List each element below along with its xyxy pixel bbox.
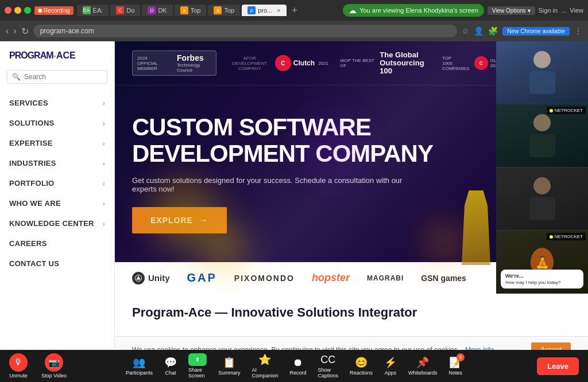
share-screen-btn[interactable]: ⬆ Share Screen xyxy=(188,353,207,379)
bookmark-icon[interactable]: ☆ xyxy=(462,26,469,36)
iaop-title: The GlobalOutsourcing 100 xyxy=(380,51,431,76)
profile-icon[interactable]: 👤 xyxy=(474,26,483,36)
captions-icon: CC xyxy=(320,354,335,366)
view-label[interactable]: View xyxy=(570,7,583,14)
tab-bar: EA EA: C Do D DK a Top a Top p pro... × … xyxy=(77,5,340,17)
new-tab-btn[interactable]: + xyxy=(288,5,301,17)
search-input[interactable] xyxy=(24,73,102,81)
reactions-btn[interactable]: 😊 Reactions xyxy=(350,356,373,376)
ai-companion-btn[interactable]: ⭐ AI Companion xyxy=(252,353,278,379)
apps-btn[interactable]: ⚡ Apps xyxy=(384,356,397,376)
captions-btn[interactable]: CC Show Captions xyxy=(318,354,338,379)
search-icon: 🔍 xyxy=(12,73,21,81)
nav-item-portfolio[interactable]: PORTFOLIO › xyxy=(0,173,114,193)
toolbar-right: Leave xyxy=(537,357,579,375)
nav-item-knowledge-center[interactable]: KNOWLEDGE CENTER › xyxy=(0,213,114,233)
tab-active[interactable]: p pro... × xyxy=(242,5,287,16)
lower-title: Program-Ace — Innovative Solutions Integ… xyxy=(132,305,571,320)
nav-chevron-who-we-are: › xyxy=(103,200,105,207)
tab-label-3: DK xyxy=(158,7,167,14)
recording-indicator xyxy=(38,9,42,13)
forbes-name: Forbes xyxy=(177,53,211,63)
accept-cookies-btn[interactable]: Accept xyxy=(531,342,571,350)
tab-1[interactable]: EA EA: xyxy=(77,5,109,16)
nav-item-contact-us[interactable]: CONTACT US xyxy=(0,254,114,274)
back-btn[interactable]: ‹ xyxy=(6,26,9,37)
record-label: Record xyxy=(289,370,306,376)
extensions-icon[interactable]: 🧩 xyxy=(488,26,498,36)
close-window-btn[interactable] xyxy=(5,7,11,14)
clutch-year: 2021 xyxy=(318,61,328,66)
tab-favicon-1: EA xyxy=(83,6,91,14)
menu-icon[interactable]: ⋮ xyxy=(574,26,582,36)
url-input[interactable] xyxy=(33,25,458,37)
view-options-label: View Options xyxy=(492,7,526,14)
toolbar-icons: ☆ 👤 🧩 New Chrome available ⋮ xyxy=(462,26,582,36)
person-body-1 xyxy=(529,71,555,94)
tab-favicon-active: p xyxy=(247,6,256,14)
site-content: 2024OFFICIAL MEMBER Forbes Technology Co… xyxy=(115,41,588,350)
magrabi-client: MAGRABI xyxy=(367,274,404,282)
whiteboards-label: Whiteboards xyxy=(408,370,438,376)
clutch-name: Clutch xyxy=(293,59,315,67)
chat-bubble-text: How may I help you today? xyxy=(505,280,579,285)
unmute-icon: 🎙 xyxy=(9,353,28,372)
toolbar-left: 🎙 Unmute 📷 Stop Video xyxy=(9,353,67,379)
netrocket-badge-2: NETROCKET xyxy=(547,233,586,240)
nav-chevron-portfolio: › xyxy=(103,180,105,187)
chat-btn[interactable]: 💬 Chat xyxy=(164,356,177,376)
netrocket-dot-1 xyxy=(550,109,553,112)
nav-buttons: ‹ › ↻ xyxy=(6,26,29,37)
reload-btn[interactable]: ↻ xyxy=(21,26,29,37)
nav-item-careers[interactable]: CAREERS xyxy=(0,233,114,254)
stop-video-btn[interactable]: 📷 Stop Video xyxy=(41,353,67,379)
forward-btn[interactable]: › xyxy=(13,26,16,37)
leave-btn[interactable]: Leave xyxy=(537,357,579,375)
nav-item-expertise[interactable]: EXPERTISE › xyxy=(0,133,114,153)
whiteboards-btn[interactable]: 📌 Whiteboards xyxy=(408,356,438,376)
logo: PROGRAM - ACE xyxy=(9,50,105,61)
ai-companion-icon: ⭐ xyxy=(258,353,271,366)
lower-section: Program-Ace — Innovative Solutions Integ… xyxy=(115,294,588,336)
record-btn[interactable]: ⏺ Record xyxy=(289,357,306,376)
whiteboards-icon: 📌 xyxy=(416,356,429,369)
tab-3[interactable]: D DK xyxy=(142,5,172,16)
stop-video-icon: 📷 xyxy=(45,353,63,372)
unmute-btn[interactable]: 🎙 Unmute xyxy=(9,353,28,379)
participants-btn[interactable]: 👥 Participants 9 xyxy=(126,356,153,376)
netrocket-dot-2 xyxy=(550,235,553,239)
person-body-3 xyxy=(529,197,555,220)
main-content: PROGRAM - ACE 🔍 SERVICES › SOLUTIONS › E… xyxy=(0,41,588,350)
nav-item-who-we-are[interactable]: WHO WE ARE › xyxy=(0,193,114,213)
tab-favicon-5: a xyxy=(214,6,222,14)
video-panel: NETROCKET NETROCKET 🧘 xyxy=(496,41,588,294)
chat-icon: 💬 xyxy=(164,356,177,369)
tab-label-active: pro... xyxy=(258,7,272,14)
video-thumb-4: NETROCKET 🧘 We're... How may I help you … xyxy=(496,231,588,294)
sign-in-label[interactable]: Sign in xyxy=(539,7,558,14)
view-options-chevron: ▾ xyxy=(528,7,531,14)
nav-item-services[interactable]: SERVICES › xyxy=(0,93,114,113)
tab-favicon-2: C xyxy=(116,6,124,14)
summary-btn[interactable]: 📋 Summary xyxy=(218,356,241,376)
tab-close-active[interactable]: × xyxy=(277,7,280,14)
nav-item-industries[interactable]: INDUSTRIES › xyxy=(0,153,114,173)
tab-4[interactable]: a Top xyxy=(175,5,207,16)
more-info-link[interactable]: More info xyxy=(465,346,494,350)
unity-client-label: Unity xyxy=(148,273,170,283)
nav-chevron-industries: › xyxy=(103,160,105,167)
nav-item-solutions[interactable]: SOLUTIONS › xyxy=(0,113,114,133)
minimize-window-btn[interactable] xyxy=(14,7,21,14)
view-options-btn[interactable]: View Options ▾ xyxy=(488,6,535,15)
reactions-label: Reactions xyxy=(350,370,373,376)
tab-5[interactable]: a Top xyxy=(208,5,240,16)
summary-icon: 📋 xyxy=(223,356,235,369)
chat-label: Chat xyxy=(165,370,176,376)
maximize-window-btn[interactable] xyxy=(24,7,31,14)
search-box[interactable]: 🔍 xyxy=(7,70,107,84)
tab-2[interactable]: C Do xyxy=(110,5,140,16)
nav-label-solutions: SOLUTIONS xyxy=(9,119,55,127)
chrome-available-badge[interactable]: New Chrome available xyxy=(502,27,570,36)
clutch-circle: C xyxy=(275,55,291,71)
url-bar: ‹ › ↻ ☆ 👤 🧩 New Chrome available ⋮ xyxy=(0,21,588,41)
